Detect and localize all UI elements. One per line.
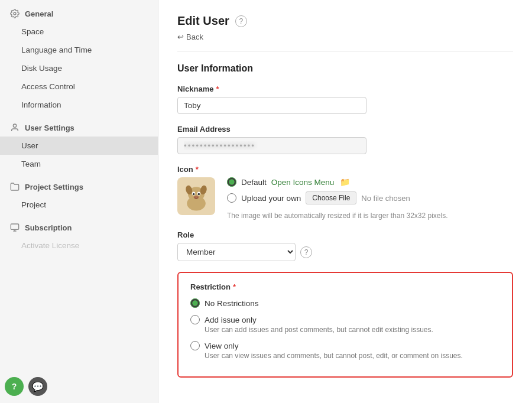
user-avatar	[177, 177, 215, 215]
sidebar-section-project-settings: Project Settings	[0, 176, 158, 196]
sidebar-item-information[interactable]: Information	[0, 96, 158, 114]
restriction-view-only-text[interactable]: View only	[205, 342, 239, 350]
folder-icon	[9, 181, 20, 192]
icon-default-row: Default Open Icons Menu 📁	[227, 177, 448, 187]
sidebar-item-disk-usage[interactable]: Disk Usage	[0, 59, 158, 77]
restriction-no-restrictions-radio[interactable]	[190, 298, 200, 308]
icon-hint: The image will be automatically resized …	[227, 212, 448, 220]
svg-point-0	[14, 12, 16, 15]
back-arrow-icon: ↩	[177, 32, 184, 41]
restriction-required: *	[233, 282, 236, 291]
icon-default-radio[interactable]	[227, 177, 236, 187]
sidebar: General Space Language and Time Disk Usa…	[0, 0, 158, 403]
page-header: Edit User ?	[177, 14, 513, 28]
sidebar-item-access-control[interactable]: Access Control	[0, 77, 158, 96]
page-title: Edit User	[177, 14, 229, 28]
role-group: Role Member Admin Viewer ?	[177, 230, 513, 261]
restriction-option-view-only: View only User can view issues and comme…	[190, 341, 500, 360]
restriction-view-only-hint: User can view issues and comments, but c…	[205, 352, 500, 360]
back-link[interactable]: ↩ Back	[177, 32, 513, 41]
nickname-input[interactable]	[177, 97, 366, 114]
restriction-view-only-label: View only	[190, 341, 500, 350]
svg-point-1	[13, 124, 16, 127]
role-label: Role	[177, 230, 513, 239]
sidebar-item-activate-license[interactable]: Activate License	[0, 236, 158, 255]
restriction-add-issue-radio[interactable]	[190, 315, 200, 324]
sidebar-section-user-settings-label: User Settings	[25, 124, 74, 132]
restriction-box: Restriction * No Restrictions Add issue …	[177, 272, 513, 378]
svg-point-9	[193, 193, 195, 196]
restriction-no-restrictions-text[interactable]: No Restrictions	[205, 299, 259, 308]
sidebar-section-subscription-label: Subscription	[25, 223, 72, 232]
svg-rect-2	[11, 224, 18, 229]
sidebar-item-team[interactable]: Team	[0, 155, 158, 173]
chat-button[interactable]: 💬	[28, 377, 47, 396]
svg-point-10	[198, 193, 200, 196]
sidebar-item-language-time[interactable]: Language and Time	[0, 41, 158, 59]
section-title: User Information	[177, 63, 513, 74]
sidebar-section-project-settings-label: Project Settings	[25, 183, 83, 191]
tag-icon	[9, 222, 20, 233]
icon-options: Default Open Icons Menu 📁 Upload your ow…	[227, 177, 448, 220]
help-icon[interactable]: ?	[235, 15, 247, 27]
open-icons-link[interactable]: Open Icons Menu	[271, 178, 335, 187]
restriction-no-restrictions-label: No Restrictions	[190, 298, 500, 308]
choose-file-button[interactable]: Choose File	[306, 191, 356, 204]
person-icon	[9, 122, 20, 133]
icon-upload-row: Upload your own Choose File No file chos…	[227, 191, 448, 204]
role-select[interactable]: Member Admin Viewer	[177, 243, 296, 261]
restriction-view-only-radio[interactable]	[190, 341, 200, 350]
back-label: Back	[186, 32, 203, 41]
icon-row: Default Open Icons Menu 📁 Upload your ow…	[177, 177, 513, 220]
icon-default-label[interactable]: Default	[241, 178, 267, 187]
icon-upload-label[interactable]: Upload your own	[241, 194, 301, 203]
sidebar-item-project[interactable]: Project	[0, 196, 158, 214]
email-group: Email Address	[177, 125, 513, 154]
help-button[interactable]: ?	[5, 377, 24, 396]
sidebar-item-user[interactable]: User	[0, 136, 158, 155]
folder-small-icon: 📁	[340, 177, 350, 187]
sidebar-section-general-label: General	[25, 9, 53, 18]
restriction-option-add-issue: Add issue only User can add issues and p…	[190, 315, 500, 334]
icon-label: Icon *	[177, 165, 513, 174]
nickname-label: Nickname *	[177, 84, 513, 93]
sidebar-section-general: General	[0, 2, 158, 22]
gear-icon	[9, 8, 20, 19]
restriction-title: Restriction *	[190, 282, 500, 291]
email-label: Email Address	[177, 125, 513, 134]
role-row: Member Admin Viewer ?	[177, 243, 513, 261]
main-content: Edit User ? ↩ Back User Information Nick…	[158, 0, 532, 403]
sidebar-section-user-settings: User Settings	[0, 116, 158, 136]
header-divider	[177, 51, 513, 51]
restriction-option-no-restrictions: No Restrictions	[190, 298, 500, 308]
icon-group: Icon *	[177, 165, 513, 220]
nickname-group: Nickname *	[177, 84, 513, 114]
restriction-add-issue-hint: User can add issues and post comments, b…	[205, 326, 500, 334]
no-file-text: No file chosen	[361, 194, 410, 203]
email-input[interactable]	[177, 137, 366, 154]
sidebar-item-space[interactable]: Space	[0, 22, 158, 41]
sidebar-bottom: ? 💬	[0, 370, 158, 403]
icon-upload-radio[interactable]	[227, 193, 236, 203]
restriction-add-issue-label: Add issue only	[190, 315, 500, 324]
nickname-required: *	[216, 84, 219, 93]
icon-required: *	[196, 165, 199, 174]
sidebar-section-subscription: Subscription	[0, 216, 158, 236]
role-help-icon[interactable]: ?	[300, 246, 312, 258]
restriction-add-issue-text[interactable]: Add issue only	[205, 316, 257, 324]
